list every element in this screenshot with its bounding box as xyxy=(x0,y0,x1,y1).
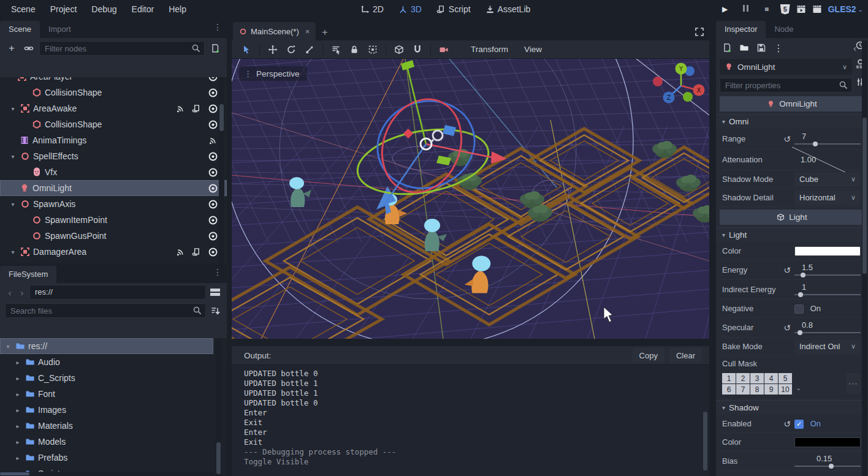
file-row-selected[interactable]: ▾ res:// xyxy=(0,338,213,354)
perspective-button[interactable]: ⋮ Perspective xyxy=(239,66,307,81)
chevron-right-icon[interactable]: ▸ xyxy=(13,423,22,429)
bias-slider[interactable]: 0.15 xyxy=(794,453,861,469)
tab-filesystem[interactable]: FileSystem xyxy=(0,266,56,283)
workspace-script[interactable]: Script xyxy=(430,4,477,14)
nav-forward-icon[interactable]: › xyxy=(17,287,27,298)
filter-nodes-input[interactable] xyxy=(39,41,205,56)
node-selector[interactable]: OmniLight ∨ xyxy=(720,59,852,75)
signal-icon[interactable] xyxy=(176,247,185,257)
mask-bit[interactable]: 5 xyxy=(779,373,792,383)
file-tree-hscrollbar[interactable] xyxy=(0,472,213,476)
color-swatch[interactable] xyxy=(794,246,861,256)
scene-tab-mainscene[interactable]: MainScene(*) × xyxy=(233,22,316,40)
chevron-right-icon[interactable]: ▸ xyxy=(13,439,22,445)
output-log[interactable]: UPDATED bottle 0 UPDATED bottle 1 UPDATE… xyxy=(232,365,709,476)
play-button[interactable]: ▶ xyxy=(718,5,733,13)
view-menu[interactable]: View xyxy=(517,45,549,54)
menu-project[interactable]: Project xyxy=(43,4,85,14)
visibility-icon[interactable] xyxy=(208,199,218,210)
tree-row[interactable]: AreaPlayer xyxy=(0,77,227,85)
tab-scene[interactable]: Scene xyxy=(0,21,40,38)
inspector-scrollbar[interactable] xyxy=(862,40,867,476)
chevron-right-icon[interactable]: ▸ xyxy=(13,359,22,366)
file-row[interactable]: ▸ Images xyxy=(0,402,227,418)
workspace-2d[interactable]: 2D xyxy=(354,4,390,14)
energy-slider[interactable]: 1.5 xyxy=(794,262,861,278)
file-row[interactable]: ▸ Models xyxy=(0,434,227,450)
mask-bit[interactable]: 4 xyxy=(764,373,778,383)
new-scene-tab-button[interactable]: + xyxy=(316,27,333,40)
search-files-input[interactable] xyxy=(5,303,206,318)
revert-icon[interactable]: ↺ xyxy=(783,419,791,429)
chevron-right-icon[interactable]: ▸ xyxy=(13,391,22,398)
menu-scene[interactable]: Scene xyxy=(4,4,43,14)
video-driver-select[interactable]: GLES2⌄ xyxy=(828,4,863,14)
file-row[interactable]: ▸ C_Scripts xyxy=(0,370,227,386)
dock-menu-icon[interactable]: ⋮ xyxy=(213,267,222,277)
shadow-mode-dropdown[interactable]: Cube ∨ xyxy=(794,172,861,187)
viewport-canvas[interactable]: Y X Z xyxy=(232,59,709,339)
load-resource-button[interactable] xyxy=(737,41,752,55)
visibility-icon[interactable] xyxy=(208,167,218,178)
rotate-tool-button[interactable] xyxy=(283,42,300,57)
negative-checkbox[interactable]: On xyxy=(794,303,861,313)
revert-icon[interactable]: ↺ xyxy=(783,134,791,144)
3d-viewport[interactable]: Y X Z ⋮ Perspective xyxy=(232,59,709,339)
visibility-icon[interactable] xyxy=(208,183,218,194)
html5-icon[interactable]: 5 xyxy=(780,4,790,15)
scale-tool-button[interactable] xyxy=(301,42,318,57)
tab-import[interactable]: Import xyxy=(40,21,80,38)
script-icon[interactable] xyxy=(192,247,201,257)
lock-button[interactable] xyxy=(346,42,363,57)
chevron-right-icon[interactable]: ▸ xyxy=(13,455,22,461)
signal-icon[interactable] xyxy=(208,136,218,145)
camera-preview-button[interactable] xyxy=(435,42,452,57)
chevron-down-icon[interactable]: ▾ xyxy=(9,153,17,160)
dock-menu-icon[interactable]: ⋮ xyxy=(213,22,222,32)
axis-x-label[interactable]: X xyxy=(697,87,701,94)
section-shadow[interactable]: ▾ Shadow xyxy=(716,400,868,415)
workspace-3d[interactable]: 3D xyxy=(392,4,428,14)
tree-row[interactable]: CollisionShape xyxy=(0,116,227,132)
shadow-color-swatch[interactable] xyxy=(794,437,861,447)
visibility-icon[interactable] xyxy=(208,104,218,114)
revert-icon[interactable]: ↺ xyxy=(783,323,791,333)
add-node-button[interactable]: + xyxy=(5,42,18,55)
chevron-down-icon[interactable]: ▾ xyxy=(9,249,17,255)
signal-icon[interactable] xyxy=(176,104,185,113)
stop-button[interactable]: ■ xyxy=(760,5,774,13)
tree-row[interactable]: ▾ SpawnAxis xyxy=(0,196,227,212)
chevron-right-icon[interactable]: ▸ xyxy=(13,375,22,382)
chevron-down-icon[interactable]: ▾ xyxy=(9,105,17,112)
tree-row[interactable]: ▾ DamagerArea xyxy=(0,244,227,260)
group-button[interactable] xyxy=(364,42,381,57)
file-tree-scrollbar[interactable] xyxy=(216,338,221,476)
snap-button[interactable] xyxy=(409,42,426,57)
mask-bit[interactable]: 9 xyxy=(764,384,778,395)
visibility-icon[interactable] xyxy=(208,119,218,130)
bake-mode-dropdown[interactable]: Indirect Onl ∨ xyxy=(794,339,861,354)
tree-row[interactable]: AnimaTimings xyxy=(0,132,227,148)
menu-help[interactable]: Help xyxy=(161,4,194,14)
mask-bit[interactable]: 7 xyxy=(736,384,750,395)
script-icon[interactable] xyxy=(192,104,201,113)
attenuation-curve[interactable]: 1.00 xyxy=(794,155,861,164)
visibility-icon[interactable] xyxy=(208,247,218,257)
visibility-icon[interactable] xyxy=(208,77,218,82)
chevron-down-icon[interactable]: ▾ xyxy=(9,201,17,208)
chevron-right-icon[interactable]: ▸ xyxy=(13,407,22,414)
menu-editor[interactable]: Editor xyxy=(124,4,162,14)
mask-bit[interactable]: 8 xyxy=(750,384,764,395)
mask-bit[interactable]: 10 xyxy=(779,384,792,395)
sort-files-icon[interactable] xyxy=(208,304,222,317)
file-row[interactable]: ▸ Audio xyxy=(0,354,227,370)
clear-button[interactable]: Clear xyxy=(669,348,702,363)
save-resource-button[interactable] xyxy=(754,41,769,55)
mask-bit[interactable]: 2 xyxy=(736,373,750,383)
close-icon[interactable]: × xyxy=(305,27,310,36)
axis-y-label[interactable]: Y xyxy=(679,66,683,72)
range-slider[interactable]: 7 xyxy=(794,131,861,147)
file-row[interactable]: ▸ Prefabs xyxy=(0,450,227,466)
visibility-icon[interactable] xyxy=(208,88,218,98)
filter-properties-input[interactable] xyxy=(720,78,852,93)
